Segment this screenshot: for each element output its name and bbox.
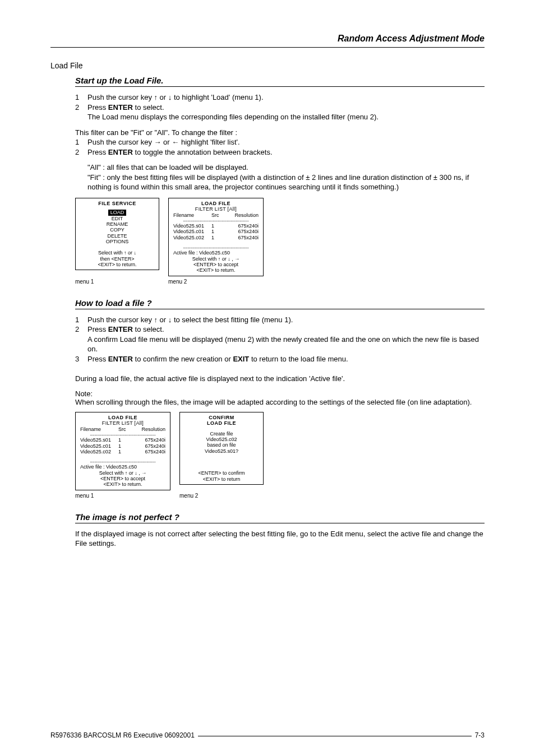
subheading-startup: Start up the Load File. [75, 76, 485, 85]
list-item: 3 Press ENTER to confirm the new creatio… [75, 354, 485, 364]
list-number: 1 [75, 137, 87, 147]
s2-list: 1 Push the cursor key ↑ or ↓ to select t… [75, 315, 485, 364]
load-file-menu: LOAD FILE FILTER LIST [All] Filename Src… [168, 198, 264, 276]
menu-title-2: LOAD FILE [183, 420, 260, 426]
menu-title: FILE SERVICE [79, 201, 155, 206]
confirm-line: based on file [183, 442, 260, 448]
text: Press [87, 148, 108, 156]
text: highlight 'filter list'. [179, 138, 239, 146]
list-number: 2 [75, 147, 87, 157]
caption-menu1: menu 1 [75, 493, 170, 499]
list-item: 2 Press ENTER to select. The Load menu d… [75, 103, 485, 122]
file-service-menu: FILE SERVICE LOAD EDIT RENAME COPY DELET… [75, 198, 159, 270]
list-number: 3 [75, 354, 87, 364]
table-row: Video525.c021675x240i [79, 449, 167, 454]
enter-keyword: ENTER [108, 355, 133, 363]
caption-menu1: menu 1 [75, 279, 159, 285]
footer-page-number: 7-3 [472, 731, 485, 739]
menu-hint: then <ENTER> [79, 256, 155, 262]
table-row: Video525.c021675x240i [172, 235, 260, 240]
col-filename: Filename [173, 212, 207, 218]
page: Random Access Adjustment Mode Load File … [0, 0, 535, 756]
divider: ----------------------------------------… [79, 459, 167, 464]
menu-subtitle: FILTER LIST [All] [172, 206, 260, 212]
menu-captions-1: menu 1 menu 2 [75, 279, 485, 285]
all-desc: "All" : all files that can be loaded wil… [87, 163, 485, 173]
sub-rule-1 [75, 86, 485, 87]
footer-rule [198, 736, 472, 736]
confirm-line: Video525.c02 [183, 437, 260, 442]
page-header-title: Random Access Adjustment Mode [50, 34, 485, 44]
menu-item-delete: DELETE [79, 233, 155, 239]
list-item: 1 Push the cursor key ↑ or ↓ to highligh… [75, 92, 485, 103]
enter-keyword: ENTER [108, 103, 133, 112]
table-row: Video525.s011675x240i [79, 437, 167, 443]
table-row: Video525.c011675x240i [79, 443, 167, 449]
active-file: Active file : Video525.c50 [79, 464, 167, 470]
list-text: Press ENTER to confirm the new creation … [87, 354, 485, 364]
note-block: Note: When scrolling through the files, … [75, 389, 485, 406]
section-label-loadfile: Load File [50, 61, 485, 70]
during-text: During a load file, the actual active fi… [75, 374, 485, 384]
s1-list2: 1 Push the cursor key → or ← highlight '… [75, 137, 485, 157]
subheading-notperfect: The image is not perfect ? [75, 512, 485, 522]
menu-hint: <ENTER> to confirm [183, 470, 260, 476]
menu-title: LOAD FILE [79, 415, 167, 420]
sub-rule-3 [75, 523, 485, 523]
list-text: Press ENTER to toggle the annotation bet… [87, 147, 485, 157]
list-text: Push the cursor key ↑ or ↓ to select the… [87, 315, 485, 325]
caption-menu2: menu 2 [179, 493, 264, 499]
col-src: Src [211, 212, 227, 218]
menu-title-1: CONFIRM [183, 415, 260, 420]
list-item: 1 Push the cursor key ↑ or ↓ to select t… [75, 315, 485, 325]
col-src: Src [118, 426, 134, 432]
divider: ----------------------------------------… [172, 245, 260, 250]
menu-col-b: LOAD FILE FILTER LIST [All] Filename Src… [168, 198, 264, 276]
list-text: Push the cursor key → or ← highlight 'fi… [87, 137, 485, 147]
enter-keyword: ENTER [108, 325, 133, 333]
menus-row-1: FILE SERVICE LOAD EDIT RENAME COPY DELET… [75, 198, 485, 276]
text: or [158, 93, 168, 101]
arrow-right-icon: → [234, 256, 239, 262]
menu-item-copy: COPY [79, 227, 155, 233]
menu-hint: <EXIT> to return [183, 476, 260, 482]
menu-header-row: Filename Src Resolution [172, 212, 260, 218]
s3-body: If the displayed image is not correct af… [75, 529, 485, 549]
menu-hint: <EXIT> to return. [172, 267, 260, 273]
menu-item-rename: RENAME [79, 221, 155, 227]
list-number: 2 [75, 103, 87, 122]
list-number: 1 [75, 315, 87, 325]
load-file-menu-2: LOAD FILE FILTER LIST [All] Filename Src… [75, 412, 170, 490]
col-resolution: Resolution [139, 426, 165, 432]
menus-row-2: LOAD FILE FILTER LIST [All] Filename Src… [75, 412, 485, 490]
menu-hint: <ENTER> to accept [172, 262, 260, 267]
menu-item-edit: EDIT [79, 216, 155, 221]
caption-menu2: menu 2 [168, 279, 264, 285]
menu-col-d: CONFIRM LOAD FILE Create file Video525.c… [179, 412, 264, 490]
s1-list1: 1 Push the cursor key ↑ or ↓ to highligh… [75, 92, 485, 122]
arrow-right-icon: → [141, 470, 146, 476]
menu-col-a: FILE SERVICE LOAD EDIT RENAME COPY DELET… [75, 198, 159, 276]
note-label: Note: [75, 389, 485, 398]
text: Press [87, 103, 108, 112]
text: Push the cursor key [87, 93, 154, 101]
list-item: 1 Push the cursor key → or ← highlight '… [75, 137, 485, 147]
s2-body: 1 Push the cursor key ↑ or ↓ to select t… [75, 315, 485, 384]
fit-desc: "Fit" : only the best fitting files will… [87, 173, 485, 192]
menu-hint: Select with ↑ or ↓ , → [79, 470, 167, 476]
menu-header-row: Filename Src Resolution [79, 426, 167, 432]
menu-hint: Select with ↑ or ↓ [79, 250, 155, 256]
confirm-line: Video525.s01? [183, 448, 260, 454]
col-resolution: Resolution [232, 212, 259, 218]
menu-title: LOAD FILE [172, 201, 260, 206]
text: to select. [133, 103, 164, 112]
filter-intro: This filter can be "Fit" or "All". To ch… [75, 128, 485, 138]
arrow-left-icon: ← [172, 138, 179, 146]
menu-hint: <EXIT> to return. [79, 481, 167, 487]
header-rule [50, 47, 485, 48]
divider: ----------------------------------------… [172, 218, 260, 223]
page-footer: R5976336 BARCOSLM R6 Executive 06092001 … [50, 731, 485, 739]
text: or [162, 138, 172, 146]
menu-item-load: LOAD [108, 210, 127, 215]
sub-rule-2 [75, 309, 485, 309]
